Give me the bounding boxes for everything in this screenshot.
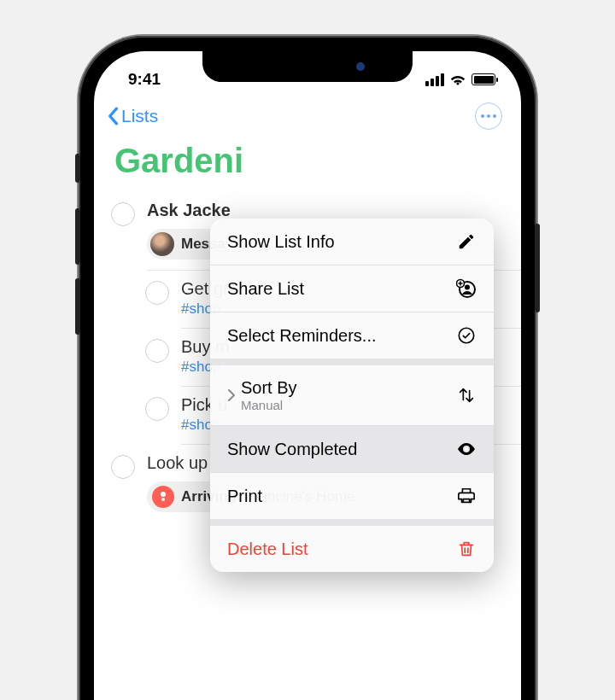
svg-point-1	[465, 285, 470, 290]
menu-label: Sort By	[241, 378, 297, 398]
menu-share-list[interactable]: Share List	[210, 265, 494, 312]
chevron-right-icon	[227, 389, 236, 401]
menu-show-list-info[interactable]: Show List Info	[210, 219, 494, 265]
menu-label: Select Reminders...	[227, 326, 377, 346]
svg-point-3	[459, 328, 473, 342]
menu-label: Show List Info	[227, 232, 335, 252]
phone-frame: 9:41 Lists	[79, 36, 536, 700]
notch	[202, 51, 413, 82]
camera-dot	[356, 62, 365, 71]
menu-print[interactable]: Print	[210, 473, 494, 526]
eye-icon	[456, 439, 477, 459]
trash-icon	[456, 539, 477, 559]
side-button	[75, 154, 80, 183]
power-button	[535, 224, 540, 312]
menu-select-reminders[interactable]: Select Reminders...	[210, 312, 494, 365]
menu-sublabel: Manual	[241, 398, 297, 412]
screen: 9:41 Lists	[94, 51, 521, 700]
pencil-icon	[456, 231, 477, 252]
menu-label: Show Completed	[227, 440, 357, 459]
volume-down-button	[75, 278, 80, 335]
context-menu: Show List Info Share List	[210, 219, 494, 572]
add-person-icon	[456, 278, 477, 299]
menu-sort-by[interactable]: Sort By Manual	[210, 365, 494, 426]
menu-label: Share List	[227, 279, 304, 299]
svg-point-4	[465, 447, 468, 451]
menu-delete-list[interactable]: Delete List	[210, 526, 494, 572]
menu-show-completed[interactable]: Show Completed	[210, 426, 494, 473]
menu-label: Delete List	[227, 540, 308, 559]
sort-arrows-icon	[456, 385, 477, 405]
printer-icon	[456, 486, 477, 506]
menu-label: Print	[227, 487, 262, 506]
volume-up-button	[75, 208, 80, 265]
checkmark-circle-icon	[456, 325, 477, 346]
